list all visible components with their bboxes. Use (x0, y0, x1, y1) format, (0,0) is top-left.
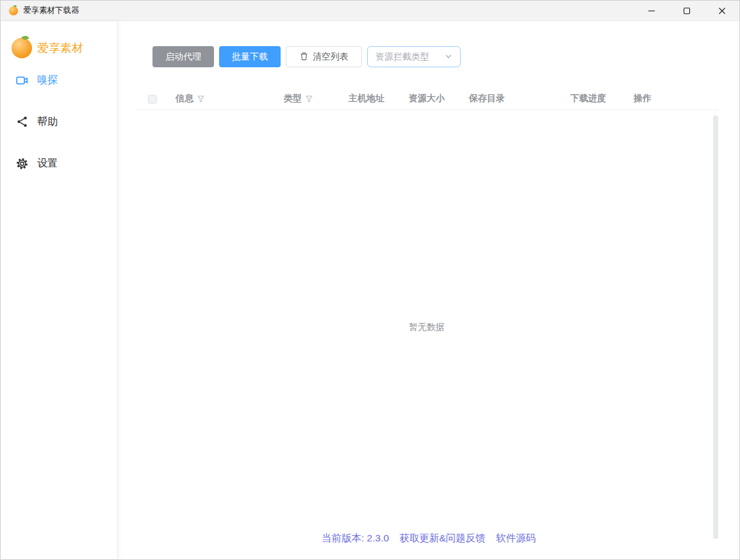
brand-logo-icon (12, 38, 32, 58)
sidebar: 爱享素材 嗅探 (1, 21, 118, 559)
app-window: 爱享素材下载器 爱享素材 (0, 0, 740, 560)
filter-icon[interactable] (197, 95, 204, 103)
column-header-progress: 下载进度 (570, 93, 606, 104)
sidebar-item-help[interactable]: 帮助 (15, 114, 117, 129)
select-all-checkbox[interactable] (148, 95, 157, 104)
brand-logo-text: 爱享素材 (37, 40, 83, 56)
column-header-type: 类型 (284, 93, 313, 104)
table-body: 暂无数据 (135, 110, 718, 539)
batch-download-button[interactable]: 批量下载 (219, 46, 281, 67)
sidebar-item-label: 设置 (37, 157, 58, 170)
toolbar: 启动代理 批量下载 清空列表 资源拦截类型 (152, 46, 461, 67)
update-feedback-link[interactable]: 获取更新&问题反馈 (399, 532, 485, 543)
minimize-button[interactable] (634, 1, 669, 21)
sidebar-item-label: 嗅探 (37, 74, 58, 87)
sidebar-item-label: 帮助 (37, 115, 58, 129)
vertical-scrollbar[interactable] (713, 115, 718, 539)
column-header-size: 资源大小 (409, 93, 445, 104)
sidebar-item-settings[interactable]: 设置 (15, 156, 117, 171)
main-content: 启动代理 批量下载 清空列表 资源拦截类型 (118, 21, 739, 559)
intercept-type-placeholder: 资源拦截类型 (375, 51, 429, 63)
app-body: 爱享素材 嗅探 (1, 21, 739, 559)
clear-list-button[interactable]: 清空列表 (286, 46, 362, 67)
close-button[interactable] (704, 1, 739, 21)
start-proxy-button[interactable]: 启动代理 (152, 46, 214, 67)
app-icon (9, 6, 18, 15)
maximize-button[interactable] (669, 1, 704, 21)
close-icon (718, 7, 726, 15)
maximize-icon (683, 7, 691, 15)
chevron-down-icon (445, 51, 452, 63)
column-header-info: 信息 (176, 93, 204, 104)
clear-list-label: 清空列表 (313, 51, 349, 63)
empty-state-text: 暂无数据 (135, 322, 718, 333)
video-camera-icon (15, 74, 29, 87)
brand-logo: 爱享素材 (12, 38, 117, 58)
window-controls (634, 1, 739, 21)
minimize-icon (648, 7, 655, 15)
window-title: 爱享素材下载器 (23, 5, 79, 16)
titlebar-left: 爱享素材下载器 (1, 5, 79, 16)
trash-icon (299, 51, 309, 63)
titlebar: 爱享素材下载器 (1, 1, 739, 21)
version-label: 当前版本: 2.3.0 (322, 532, 389, 543)
share-icon (15, 115, 29, 129)
downloads-table: 信息 类型 主机地址 资源大小 保存目录 下载进度 (135, 90, 718, 539)
column-header-host: 主机地址 (349, 93, 384, 104)
column-header-savedir: 保存目录 (469, 93, 505, 104)
gear-icon (15, 157, 29, 170)
source-code-link[interactable]: 软件源码 (496, 532, 536, 543)
sidebar-nav: 嗅探 帮助 (1, 58, 117, 171)
footer: 当前版本: 2.3.0 获取更新&问题反馈 软件源码 (118, 532, 739, 545)
column-header-actions: 操作 (634, 93, 652, 104)
filter-icon[interactable] (306, 95, 313, 103)
sidebar-item-sniff[interactable]: 嗅探 (15, 72, 117, 88)
intercept-type-select[interactable]: 资源拦截类型 (367, 46, 461, 67)
table-header-row: 信息 类型 主机地址 资源大小 保存目录 下载进度 (135, 90, 718, 110)
